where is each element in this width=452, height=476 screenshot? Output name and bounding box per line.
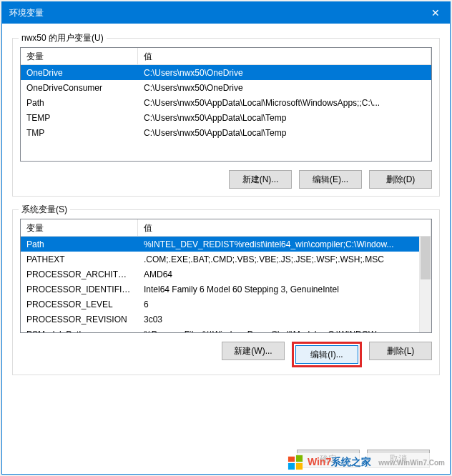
table-body: Path%INTEL_DEV_REDIST%redist\intel64_win… xyxy=(21,237,431,332)
scroll-thumb[interactable] xyxy=(421,237,431,279)
sys-vars-group: 系统变量(S) 变量 值 Path%INTEL_DEV_REDIST%redis… xyxy=(12,209,440,375)
svg-rect-0 xyxy=(288,457,295,462)
table-row[interactable]: PROCESSOR_IDENTIFIERIntel64 Family 6 Mod… xyxy=(21,282,431,297)
table-row[interactable]: PathC:\Users\nwx50\AppData\Local\Microso… xyxy=(21,95,431,110)
table-header: 变量 值 xyxy=(21,48,431,65)
var-name: PROCESSOR_IDENTIFIER xyxy=(21,282,138,297)
table-row[interactable]: PROCESSOR_REVISION3c03 xyxy=(21,312,431,327)
var-name: PATHEXT xyxy=(21,252,138,267)
sys-new-button[interactable]: 新建(W)... xyxy=(222,342,285,360)
var-name: PROCESSOR_REVISION xyxy=(21,312,138,327)
table-row[interactable]: TEMPC:\Users\nwx50\AppData\Local\Temp xyxy=(21,110,431,125)
col-header-name[interactable]: 变量 xyxy=(21,219,138,236)
var-name: Path xyxy=(21,237,138,252)
sys-delete-button[interactable]: 删除(L) xyxy=(369,342,432,360)
table-row[interactable]: PSModulePath%ProgramFiles%\WindowsPowerS… xyxy=(21,327,431,332)
var-name: PROCESSOR_ARCHITECT... xyxy=(21,267,138,282)
table-body: OneDriveC:\Users\nwx50\OneDriveOneDriveC… xyxy=(21,65,431,140)
sys-button-row: 新建(W)... 编辑(I)... 删除(L) xyxy=(20,342,432,367)
watermark: Win7系统之家 www.WinWin7.Com xyxy=(285,453,448,472)
table-row[interactable]: OneDriveConsumerC:\Users\nwx50\OneDrive xyxy=(21,80,431,95)
var-name: OneDriveConsumer xyxy=(21,81,138,95)
var-value: C:\Users\nwx50\OneDrive xyxy=(138,81,431,95)
table-row[interactable]: TMPC:\Users\nwx50\AppData\Local\Temp xyxy=(21,125,431,140)
watermark-text: Win7系统之家 xyxy=(308,456,371,469)
windows-logo-icon xyxy=(288,455,303,470)
var-value: C:\Users\nwx50\AppData\Local\Temp xyxy=(138,126,431,140)
var-name: TEMP xyxy=(21,111,138,125)
var-name: PROCESSOR_LEVEL xyxy=(21,297,138,312)
var-value: %INTEL_DEV_REDIST%redist\intel64_win\com… xyxy=(138,237,431,252)
user-vars-table[interactable]: 变量 值 OneDriveC:\Users\nwx50\OneDriveOneD… xyxy=(20,47,432,162)
user-button-row: 新建(N)... 编辑(E)... 删除(D) xyxy=(20,170,432,189)
close-icon[interactable]: ✕ xyxy=(428,6,443,20)
table-row[interactable]: Path%INTEL_DEV_REDIST%redist\intel64_win… xyxy=(21,237,431,252)
table-row[interactable]: OneDriveC:\Users\nwx50\OneDrive xyxy=(21,65,431,80)
window-title: 环境变量 xyxy=(9,7,44,19)
svg-rect-2 xyxy=(288,463,295,470)
table-header: 变量 值 xyxy=(21,219,431,237)
user-edit-button[interactable]: 编辑(E)... xyxy=(299,170,362,189)
user-vars-group: nwx50 的用户变量(U) 变量 值 OneDriveC:\Users\nwx… xyxy=(12,38,440,197)
var-value: Intel64 Family 6 Model 60 Stepping 3, Ge… xyxy=(138,282,431,297)
var-value: C:\Users\nwx50\AppData\Local\Microsoft\W… xyxy=(138,96,431,110)
scrollbar[interactable] xyxy=(419,237,431,332)
user-new-button[interactable]: 新建(N)... xyxy=(229,170,292,189)
svg-rect-3 xyxy=(296,463,303,470)
var-value: C:\Users\nwx50\OneDrive xyxy=(138,66,431,80)
table-row[interactable]: PATHEXT.COM;.EXE;.BAT;.CMD;.VBS;.VBE;.JS… xyxy=(21,252,431,267)
var-name: OneDrive xyxy=(21,66,138,80)
var-name: Path xyxy=(21,96,138,110)
var-value: .COM;.EXE;.BAT;.CMD;.VBS;.VBE;.JS;.JSE;.… xyxy=(138,252,431,267)
content-area: nwx50 的用户变量(U) 变量 值 OneDriveC:\Users\nwx… xyxy=(2,24,450,474)
highlight-box: 编辑(I)... xyxy=(292,342,362,367)
var-value: C:\Users\nwx50\AppData\Local\Temp xyxy=(138,111,431,125)
var-value: AMD64 xyxy=(138,267,431,282)
var-value: 6 xyxy=(138,297,431,312)
var-value: 3c03 xyxy=(138,312,431,327)
sys-vars-table[interactable]: 变量 值 Path%INTEL_DEV_REDIST%redist\intel6… xyxy=(20,219,432,333)
table-row[interactable]: PROCESSOR_LEVEL6 xyxy=(21,297,431,312)
var-value: %ProgramFiles%\WindowsPowerShell\Modules… xyxy=(138,327,431,333)
col-header-value[interactable]: 值 xyxy=(138,48,431,64)
col-header-name[interactable]: 变量 xyxy=(21,48,138,64)
var-name: PSModulePath xyxy=(21,327,138,333)
var-name: TMP xyxy=(21,126,138,140)
sys-edit-button[interactable]: 编辑(I)... xyxy=(295,345,358,364)
watermark-url: www.WinWin7.Com xyxy=(378,459,445,467)
col-header-value[interactable]: 值 xyxy=(138,219,431,236)
env-vars-dialog: 环境变量 ✕ nwx50 的用户变量(U) 变量 值 OneDriveC:\Us… xyxy=(1,1,451,475)
user-delete-button[interactable]: 删除(D) xyxy=(369,170,432,189)
table-row[interactable]: PROCESSOR_ARCHITECT...AMD64 xyxy=(21,267,431,282)
sys-vars-legend: 系统变量(S) xyxy=(19,204,70,216)
user-vars-legend: nwx50 的用户变量(U) xyxy=(19,32,107,44)
titlebar: 环境变量 ✕ xyxy=(2,2,450,24)
svg-rect-1 xyxy=(296,455,303,462)
